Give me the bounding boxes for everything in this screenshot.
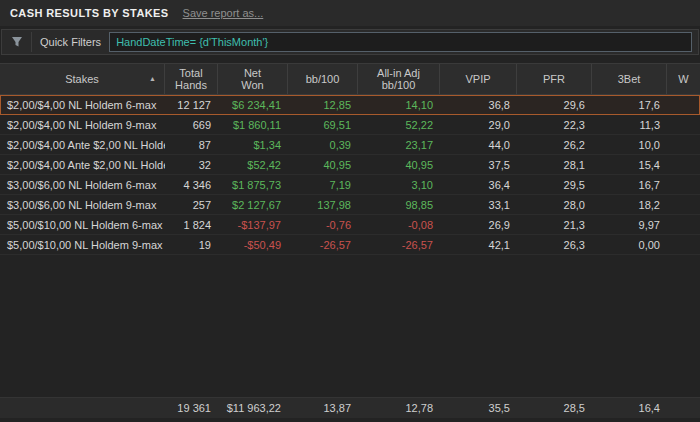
table-cell: 33,1: [440, 199, 517, 211]
table-cell: $3,00/$6,00 NL Holdem 6-max: [0, 179, 165, 191]
table-cell: 44,0: [440, 139, 517, 151]
table-cell: 36,4: [440, 179, 517, 191]
table-cell: 17,6: [592, 99, 667, 111]
column-header-label: All-in Adj bb/100: [377, 67, 420, 91]
table-cell: 21,3: [517, 219, 592, 231]
totals-cell: 35,5: [440, 402, 517, 414]
filter-expression-input[interactable]: HandDateTime= {d'ThisMonth'}: [109, 32, 692, 52]
table-cell: 18,2: [592, 199, 667, 211]
column-header-vpip[interactable]: VPIP: [440, 64, 517, 94]
table-row[interactable]: $2,00/$4,00 NL Holdem 9-max669$1 860,116…: [0, 115, 700, 135]
table-cell: 28,0: [517, 199, 592, 211]
column-header-allin-adj-bb100[interactable]: All-in Adj bb/100: [358, 64, 440, 94]
table-cell: $2,00/$4,00 NL Holdem 9-max: [0, 119, 165, 131]
table-header: Stakes▲Total HandsNet Wonbb/100All-in Ad…: [0, 63, 700, 95]
table-cell: -0,08: [358, 219, 440, 231]
column-header-label: Total Hands: [175, 67, 207, 91]
table-cell: 137,98: [288, 199, 358, 211]
table-cell: 19: [165, 239, 218, 251]
table-cell: 669: [165, 119, 218, 131]
table-cell: 87: [165, 139, 218, 151]
totals-cell: 12,78: [358, 402, 440, 414]
table-cell: $2,00/$4,00 Ante $2,00 NL Holdem: [0, 139, 165, 151]
table-cell: 98,85: [358, 199, 440, 211]
column-header-total-hands[interactable]: Total Hands: [165, 64, 218, 94]
column-header-w[interactable]: W: [667, 64, 700, 94]
table-cell: 257: [165, 199, 218, 211]
table-cell: 29,6: [517, 99, 592, 111]
totals-cell: 13,87: [288, 402, 358, 414]
table-cell: 40,95: [288, 159, 358, 171]
column-header-label: bb/100: [306, 73, 340, 85]
table-cell: 22,3: [517, 119, 592, 131]
column-header-label: Stakes: [65, 73, 99, 85]
column-header-3bet[interactable]: 3Bet: [592, 64, 667, 94]
totals-cell: 19 361: [165, 402, 218, 414]
app-window: CASH RESULTS BY STAKES Save report as...…: [0, 0, 700, 422]
filter-funnel-icon: [11, 36, 23, 48]
table-cell: 26,2: [517, 139, 592, 151]
table-cell: $2,00/$4,00 Ante $2,00 NL Holdem: [0, 159, 165, 171]
table-row[interactable]: $5,00/$10,00 NL Holdem 6-max1 824-$137,9…: [0, 215, 700, 235]
table-cell: 12,85: [288, 99, 358, 111]
table-row[interactable]: $2,00/$4,00 NL Holdem 6-max12 127$6 234,…: [0, 95, 700, 115]
totals-cell: $11 963,22: [218, 402, 288, 414]
save-report-link[interactable]: Save report as...: [183, 7, 264, 19]
table-cell: 42,1: [440, 239, 517, 251]
column-header-net-won[interactable]: Net Won: [218, 64, 288, 94]
table-cell: 26,3: [517, 239, 592, 251]
column-header-label: PFR: [543, 73, 565, 85]
table-row[interactable]: $5,00/$10,00 NL Holdem 9-max19-$50,49-26…: [0, 235, 700, 255]
table-cell: -26,57: [358, 239, 440, 251]
sort-asc-icon: ▲: [149, 75, 156, 82]
table-cell: -26,57: [288, 239, 358, 251]
quick-filters-label: Quick Filters: [40, 36, 101, 48]
table-cell: -$50,49: [218, 239, 288, 251]
table-cell: 14,10: [358, 99, 440, 111]
table-cell: 12 127: [165, 99, 218, 111]
filter-button[interactable]: [6, 32, 32, 52]
column-header-stakes[interactable]: Stakes▲: [0, 64, 165, 94]
table-cell: 0,00: [592, 239, 667, 251]
table-cell: $3,00/$6,00 NL Holdem 9-max: [0, 199, 165, 211]
table-cell: 32: [165, 159, 218, 171]
table-row[interactable]: $2,00/$4,00 Ante $2,00 NL Holdem87$1,340…: [0, 135, 700, 155]
column-header-label: 3Bet: [618, 73, 641, 85]
table-cell: 0,39: [288, 139, 358, 151]
table-cell: 3,10: [358, 179, 440, 191]
table-cell: 7,19: [288, 179, 358, 191]
column-header-label: W: [678, 73, 688, 85]
column-header-bb100[interactable]: bb/100: [288, 64, 358, 94]
column-header-label: VPIP: [465, 73, 490, 85]
table-cell: $6 234,41: [218, 99, 288, 111]
table-cell: 23,17: [358, 139, 440, 151]
table-cell: 26,9: [440, 219, 517, 231]
totals-cell: 16,4: [592, 402, 667, 414]
table-cell: $1 875,73: [218, 179, 288, 191]
table-cell: 15,4: [592, 159, 667, 171]
table-cell: 36,8: [440, 99, 517, 111]
table-cell: 9,97: [592, 219, 667, 231]
totals-row: 19 361$11 963,2213,8712,7835,528,516,4: [0, 397, 700, 418]
table-cell: $1,34: [218, 139, 288, 151]
table-cell: $2 127,67: [218, 199, 288, 211]
table-cell: 37,5: [440, 159, 517, 171]
table-cell: 1 824: [165, 219, 218, 231]
totals-cell: 28,5: [517, 402, 592, 414]
table-cell: $1 860,11: [218, 119, 288, 131]
header-bar: CASH RESULTS BY STAKES Save report as...: [0, 0, 700, 26]
table-cell: $5,00/$10,00 NL Holdem 9-max: [0, 239, 165, 251]
table-cell: 29,5: [517, 179, 592, 191]
page-title: CASH RESULTS BY STAKES: [10, 7, 169, 19]
table-row[interactable]: $3,00/$6,00 NL Holdem 6-max4 346$1 875,7…: [0, 175, 700, 195]
table-cell: -$137,97: [218, 219, 288, 231]
quick-filters-bar: Quick Filters HandDateTime= {d'ThisMonth…: [1, 29, 699, 55]
table-cell: 28,1: [517, 159, 592, 171]
table-cell: $52,42: [218, 159, 288, 171]
table-cell: 52,22: [358, 119, 440, 131]
column-header-label: Net Won: [241, 67, 263, 91]
table-row[interactable]: $2,00/$4,00 Ante $2,00 NL Holdem32$52,42…: [0, 155, 700, 175]
table-body: $2,00/$4,00 NL Holdem 6-max12 127$6 234,…: [0, 95, 700, 255]
column-header-pfr[interactable]: PFR: [517, 64, 592, 94]
table-row[interactable]: $3,00/$6,00 NL Holdem 9-max257$2 127,671…: [0, 195, 700, 215]
